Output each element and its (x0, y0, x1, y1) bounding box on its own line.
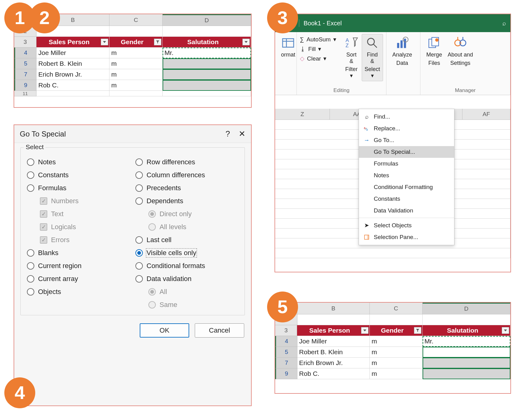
cell-salutation-selected[interactable] (423, 368, 510, 379)
filter-applied-icon[interactable] (414, 327, 421, 334)
cell-gender[interactable]: m (109, 69, 163, 80)
row-header-4[interactable]: 4 (14, 48, 36, 58)
cell-person[interactable]: Robert B. Klein (297, 347, 370, 358)
option-formulas[interactable]: Formulas (26, 182, 131, 195)
about-settings-button[interactable]: About and Settings (445, 34, 476, 68)
option-current-array[interactable]: Current array (26, 272, 131, 285)
dd-conditional-formatting[interactable]: Conditional Formatting (359, 181, 454, 193)
option-current-region[interactable]: Current region (26, 259, 131, 272)
cancel-button[interactable]: Cancel (195, 323, 244, 338)
cell-c2[interactable] (109, 26, 163, 37)
row-header-7[interactable]: 7 (14, 69, 36, 80)
option-precedents[interactable]: Precedents (134, 182, 240, 195)
analyze-data-button[interactable]: Analyze Data (390, 34, 415, 68)
col-header-d[interactable]: D (423, 303, 510, 314)
filter-applied-icon[interactable] (154, 39, 161, 45)
option-row-differences[interactable]: Row differences (134, 156, 240, 169)
header-salutation[interactable]: Salutation (163, 37, 251, 48)
row-header-9[interactable]: 9 (14, 80, 36, 91)
fill-item[interactable]: ⭳Fill▾ (300, 45, 336, 52)
dd-data-validation[interactable]: Data Validation (359, 205, 454, 216)
row-header-9[interactable]: 9 (275, 368, 297, 379)
option-objects[interactable]: Objects (26, 285, 131, 298)
find-select-button[interactable]: Find & Select ▾ (362, 34, 383, 81)
row-header-3[interactable]: 3 (14, 37, 36, 48)
option-column-differences[interactable]: Column differences (134, 169, 240, 182)
cell-gender[interactable]: m (370, 368, 423, 379)
cell-salutation-selected[interactable] (163, 80, 251, 91)
cell-salutation-selected[interactable] (163, 58, 251, 69)
row-header-3[interactable]: 3 (275, 325, 297, 336)
filter-button-icon[interactable] (502, 327, 509, 334)
dd-goto[interactable]: →Go To... (359, 134, 454, 146)
option-label: Direct only (160, 210, 192, 218)
close-icon[interactable]: ✕ (239, 129, 245, 139)
search-icon[interactable]: ⌕ (502, 20, 506, 27)
cell-person[interactable]: Joe Miller (297, 336, 370, 347)
row-header-7[interactable]: 7 (275, 358, 297, 368)
col-header-c[interactable]: C (109, 14, 163, 26)
row-header-4[interactable]: 4 (275, 336, 297, 347)
cell-gender[interactable]: m (109, 48, 163, 58)
cell-empty[interactable] (36, 91, 109, 96)
cell-person[interactable]: Erich Brown Jr. (36, 69, 109, 80)
ok-button[interactable]: OK (140, 323, 189, 338)
option-dependents[interactable]: Dependents (134, 195, 240, 208)
cell-person[interactable]: Rob C. (297, 368, 370, 379)
col-header-d[interactable]: D (163, 14, 251, 26)
dd-replace[interactable]: abReplace... (359, 123, 454, 134)
cell-salutation-selected[interactable] (423, 347, 510, 358)
cell-person[interactable]: Robert B. Klein (36, 58, 109, 69)
col-header-af[interactable]: AF (462, 109, 510, 120)
col-header-b[interactable]: B (297, 303, 370, 314)
format-button[interactable]: ormat (278, 34, 298, 60)
clear-item[interactable]: ◇Clear▾ (300, 55, 336, 62)
cell-person[interactable]: Erich Brown Jr. (297, 358, 370, 368)
cell-person[interactable]: Joe Miller (36, 48, 109, 58)
option-data-validation[interactable]: Data validation (134, 272, 240, 285)
col-header-c[interactable]: C (370, 303, 423, 314)
cell-gender[interactable]: m (370, 336, 423, 347)
cell-salutation-selected[interactable] (163, 69, 251, 80)
header-sales-person[interactable]: Sales Person (297, 325, 369, 336)
header-salutation[interactable]: Salutation (423, 325, 510, 336)
dd-selection-pane[interactable]: Selection Pane... (359, 231, 454, 243)
option-last-cell[interactable]: Last cell (134, 233, 240, 246)
col-header-z[interactable]: Z (275, 109, 330, 120)
filter-button-icon[interactable] (101, 39, 108, 45)
option-visible-cells-only[interactable]: Visible cells only (134, 246, 240, 259)
dd-constants[interactable]: Constants (359, 193, 454, 205)
option-blanks[interactable]: Blanks (26, 246, 131, 259)
dd-formulas[interactable]: Formulas (359, 158, 454, 170)
filter-button-icon[interactable] (242, 39, 250, 45)
filter-button-icon[interactable] (361, 327, 369, 334)
row-header-11[interactable]: 11 (14, 91, 36, 96)
autosum-item[interactable]: ∑AutoSum▾ (300, 36, 336, 43)
header-gender[interactable]: Gender (109, 37, 163, 48)
cell-gender[interactable]: m (109, 58, 163, 69)
dd-notes[interactable]: Notes (359, 170, 454, 181)
cell-gender[interactable]: m (370, 358, 423, 368)
cell-empty[interactable] (163, 91, 251, 96)
help-button[interactable]: ? (226, 129, 230, 139)
header-sales-person[interactable]: Sales Person (36, 37, 109, 48)
sort-filter-button[interactable]: AZ Sort & Filter ▾ (342, 34, 361, 81)
cell-salutation-active[interactable]: Mr. (423, 336, 510, 347)
dd-find[interactable]: ⌕Find... (359, 111, 454, 123)
cell-gender[interactable]: m (109, 80, 163, 91)
dd-goto-special[interactable]: Go To Special... (359, 146, 454, 158)
dd-select-objects[interactable]: ➤Select Objects (359, 219, 454, 231)
option-conditional-formats[interactable]: Conditional formats (134, 259, 240, 272)
cell-gender[interactable]: m (370, 347, 423, 358)
cell-empty[interactable] (109, 91, 163, 96)
option-constants[interactable]: Constants (26, 169, 131, 182)
option-notes[interactable]: Notes (26, 156, 131, 169)
cell-salutation-active[interactable]: Mr. (163, 48, 251, 58)
cell-person[interactable]: Rob C. (36, 80, 109, 91)
header-gender[interactable]: Gender (370, 325, 423, 336)
row-header-5[interactable]: 5 (275, 347, 297, 358)
row-header-5[interactable]: 5 (14, 58, 36, 69)
cell-salutation-selected[interactable] (423, 358, 510, 368)
merge-files-button[interactable]: Merge Files (424, 34, 445, 68)
cell-d2[interactable] (163, 26, 251, 37)
